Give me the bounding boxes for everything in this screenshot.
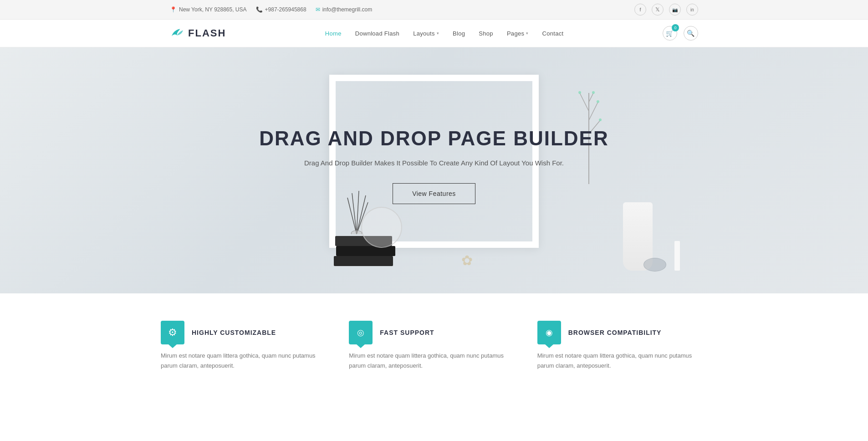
candle-decoration [674,241,680,271]
facebook-icon[interactable]: f [634,4,646,15]
site-logo[interactable]: FLASH [170,26,226,41]
customizable-icon-box: ⚙ [161,321,184,344]
nav-actions: 🛒 0 🔍 [663,26,698,41]
support-icon: ◎ [357,328,364,338]
svg-point-6 [578,91,581,94]
feature-customizable-header: ⚙ HIGHLY CUSTOMIZABLE [161,321,331,344]
hero-section: ✿ DRAG AND DROP PAGE BUILDER Drag And Dr… [0,47,868,293]
phone-icon: 📞 [256,6,263,13]
feature-support-header: ◎ FAST SUPPORT [349,321,519,344]
svg-point-7 [592,91,595,94]
support-text: Mirum est notare quam littera gothica, q… [349,351,519,371]
location-info: 📍 New York, NY 928865, USA [170,6,247,13]
logo-bird-icon [170,26,184,41]
browser-title: BROWSER COMPATIBILITY [568,329,662,336]
nav-contact[interactable]: Contact [542,30,564,37]
layouts-chevron-icon: ▾ [437,31,439,36]
feature-browser: ◉ BROWSER COMPATIBILITY Mirum est notare… [537,321,707,371]
linkedin-icon[interactable]: in [686,4,698,15]
nav-pages[interactable]: Pages ▾ [507,30,529,37]
top-bar: 📍 New York, NY 928865, USA 📞 +987-265945… [0,0,868,20]
bowl-decoration [643,258,666,272]
cotton-decoration: ✿ [461,252,473,268]
browser-icon: ◉ [546,328,553,338]
top-bar-left: 📍 New York, NY 928865, USA 📞 +987-265945… [170,6,372,13]
gear-icon: ⚙ [168,327,177,338]
nav-home[interactable]: Home [325,30,342,37]
social-links: f 𝕏 📷 in [634,4,698,15]
hero-subtitle: Drag And Drop Builder Makes It Possible … [259,159,608,167]
browser-text: Mirum est notare quam littera gothica, q… [537,351,707,371]
book-1 [334,256,393,266]
email-icon: ✉ [316,6,320,13]
book-2 [336,246,395,256]
feature-browser-header: ◉ BROWSER COMPATIBILITY [537,321,707,344]
customizable-title: HIGHLY CUSTOMIZABLE [192,329,276,336]
nav-layouts[interactable]: Layouts ▾ [413,30,439,37]
main-nav: Home Download Flash Layouts ▾ Blog Shop … [325,30,564,37]
cart-button[interactable]: 🛒 0 [663,26,677,41]
feature-support: ◎ FAST SUPPORT Mirum est notare quam lit… [349,321,519,371]
browser-icon-box: ◉ [537,321,561,344]
support-icon-box: ◎ [349,321,373,344]
location-pin-icon: 📍 [170,6,177,13]
hero-content: DRAG AND DROP PAGE BUILDER Drag And Drop… [250,100,618,240]
features-section: ⚙ HIGHLY CUSTOMIZABLE Mirum est notare q… [0,293,868,389]
site-header: FLASH Home Download Flash Layouts ▾ Blog… [0,20,868,47]
nav-shop[interactable]: Shop [479,30,493,37]
phone-info: 📞 +987-265945868 [256,6,306,13]
logo-text: FLASH [188,27,226,39]
search-button[interactable]: 🔍 [684,26,698,41]
instagram-icon[interactable]: 📷 [669,4,681,15]
features-grid: ⚙ HIGHLY CUSTOMIZABLE Mirum est notare q… [161,321,707,371]
nav-download-flash[interactable]: Download Flash [355,30,399,37]
hero-title: DRAG AND DROP PAGE BUILDER [259,128,608,149]
email-info: ✉ info@themegrill.com [316,6,373,13]
feature-customizable: ⚙ HIGHLY CUSTOMIZABLE Mirum est notare q… [161,321,331,371]
cart-badge: 0 [672,24,679,31]
nav-blog[interactable]: Blog [453,30,465,37]
support-title: FAST SUPPORT [380,329,434,336]
pages-chevron-icon: ▾ [526,31,528,36]
view-features-button[interactable]: View Features [393,183,475,204]
twitter-icon[interactable]: 𝕏 [652,4,664,15]
customizable-text: Mirum est notare quam littera gothica, q… [161,351,331,371]
